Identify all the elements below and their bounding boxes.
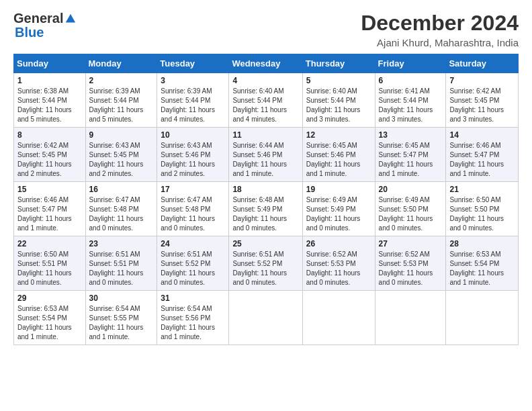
day-info: Sunrise: 6:51 AM Sunset: 5:51 PM Dayligh… [89, 250, 154, 287]
day-number: 13 [379, 130, 443, 140]
svg-marker-0 [66, 13, 75, 22]
table-row: 1 Sunrise: 6:38 AM Sunset: 5:44 PM Dayli… [14, 73, 86, 128]
day-number: 23 [89, 239, 154, 248]
table-row: 18 Sunrise: 6:48 AM Sunset: 5:49 PM Dayl… [229, 182, 302, 236]
col-monday: Monday [85, 54, 157, 73]
day-info: Sunrise: 6:51 AM Sunset: 5:52 PM Dayligh… [161, 250, 225, 287]
table-row: 27 Sunrise: 6:52 AM Sunset: 5:53 PM Dayl… [375, 236, 446, 291]
day-number: 14 [449, 130, 515, 140]
day-info: Sunrise: 6:40 AM Sunset: 5:44 PM Dayligh… [232, 87, 298, 124]
table-row: 2 Sunrise: 6:39 AM Sunset: 5:44 PM Dayli… [85, 73, 157, 128]
table-row: 17 Sunrise: 6:47 AM Sunset: 5:48 PM Dayl… [157, 182, 229, 236]
table-row: 24 Sunrise: 6:51 AM Sunset: 5:52 PM Dayl… [157, 236, 229, 291]
day-number: 25 [232, 239, 298, 248]
table-row: 10 Sunrise: 6:43 AM Sunset: 5:46 PM Dayl… [157, 128, 229, 182]
col-tuesday: Tuesday [157, 54, 229, 73]
day-info: Sunrise: 6:46 AM Sunset: 5:47 PM Dayligh… [449, 141, 515, 179]
day-info: Sunrise: 6:40 AM Sunset: 5:44 PM Dayligh… [306, 87, 371, 124]
day-number: 8 [17, 130, 82, 140]
day-number: 31 [161, 293, 225, 303]
day-info: Sunrise: 6:53 AM Sunset: 5:54 PM Dayligh… [449, 250, 515, 287]
day-info: Sunrise: 6:43 AM Sunset: 5:46 PM Dayligh… [161, 141, 225, 179]
table-row [229, 291, 302, 345]
day-info: Sunrise: 6:49 AM Sunset: 5:49 PM Dayligh… [306, 195, 371, 233]
col-sunday: Sunday [14, 54, 86, 73]
day-number: 18 [232, 185, 298, 194]
table-row: 8 Sunrise: 6:42 AM Sunset: 5:45 PM Dayli… [14, 128, 86, 182]
day-number: 9 [89, 130, 154, 140]
day-info: Sunrise: 6:39 AM Sunset: 5:44 PM Dayligh… [89, 87, 154, 124]
col-thursday: Thursday [302, 54, 375, 73]
day-info: Sunrise: 6:43 AM Sunset: 5:45 PM Dayligh… [89, 141, 154, 179]
table-row: 23 Sunrise: 6:51 AM Sunset: 5:51 PM Dayl… [85, 236, 157, 291]
day-info: Sunrise: 6:54 AM Sunset: 5:55 PM Dayligh… [89, 304, 154, 342]
day-number: 29 [17, 293, 82, 303]
day-info: Sunrise: 6:42 AM Sunset: 5:45 PM Dayligh… [17, 141, 82, 179]
title-block: December 2024 Ajani Khurd, Maharashtra, … [361, 11, 519, 48]
table-row: 3 Sunrise: 6:39 AM Sunset: 5:44 PM Dayli… [157, 73, 229, 128]
day-number: 6 [379, 76, 443, 85]
table-row: 5 Sunrise: 6:40 AM Sunset: 5:44 PM Dayli… [302, 73, 375, 128]
day-info: Sunrise: 6:53 AM Sunset: 5:54 PM Dayligh… [17, 304, 82, 342]
day-info: Sunrise: 6:54 AM Sunset: 5:56 PM Dayligh… [161, 304, 225, 342]
table-row: 11 Sunrise: 6:44 AM Sunset: 5:46 PM Dayl… [229, 128, 302, 182]
logo: General Blue [13, 11, 77, 40]
day-number: 12 [306, 130, 371, 140]
day-info: Sunrise: 6:47 AM Sunset: 5:48 PM Dayligh… [89, 195, 154, 233]
day-info: Sunrise: 6:38 AM Sunset: 5:44 PM Dayligh… [17, 87, 82, 124]
header: General Blue December 2024 Ajani Khurd, … [13, 11, 519, 48]
col-friday: Friday [375, 54, 446, 73]
day-info: Sunrise: 6:45 AM Sunset: 5:46 PM Dayligh… [306, 141, 371, 179]
day-number: 26 [306, 239, 371, 248]
day-info: Sunrise: 6:51 AM Sunset: 5:52 PM Dayligh… [232, 250, 298, 287]
day-number: 3 [161, 76, 225, 85]
day-number: 28 [449, 239, 515, 248]
calendar-week-row: 22 Sunrise: 6:50 AM Sunset: 5:51 PM Dayl… [14, 236, 519, 291]
day-number: 22 [17, 239, 82, 248]
day-number: 7 [449, 76, 515, 85]
table-row: 14 Sunrise: 6:46 AM Sunset: 5:47 PM Dayl… [446, 128, 519, 182]
day-number: 5 [306, 76, 371, 85]
table-row: 29 Sunrise: 6:53 AM Sunset: 5:54 PM Dayl… [14, 291, 86, 345]
table-row [375, 291, 446, 345]
table-row: 7 Sunrise: 6:42 AM Sunset: 5:45 PM Dayli… [446, 73, 519, 128]
table-row: 15 Sunrise: 6:46 AM Sunset: 5:47 PM Dayl… [14, 182, 86, 236]
logo-blue: Blue [15, 25, 44, 40]
calendar-week-row: 15 Sunrise: 6:46 AM Sunset: 5:47 PM Dayl… [14, 182, 519, 236]
day-info: Sunrise: 6:39 AM Sunset: 5:44 PM Dayligh… [161, 87, 225, 124]
table-row: 25 Sunrise: 6:51 AM Sunset: 5:52 PM Dayl… [229, 236, 302, 291]
day-number: 17 [161, 185, 225, 194]
table-row: 19 Sunrise: 6:49 AM Sunset: 5:49 PM Dayl… [302, 182, 375, 236]
day-number: 27 [379, 239, 443, 248]
day-number: 2 [89, 76, 154, 85]
calendar-header-row: Sunday Monday Tuesday Wednesday Thursday… [14, 54, 519, 73]
day-number: 10 [161, 130, 225, 140]
day-info: Sunrise: 6:49 AM Sunset: 5:50 PM Dayligh… [379, 195, 443, 233]
location: Ajani Khurd, Maharashtra, India [361, 37, 519, 48]
calendar-week-row: 8 Sunrise: 6:42 AM Sunset: 5:45 PM Dayli… [14, 128, 519, 182]
day-number: 16 [89, 185, 154, 194]
day-info: Sunrise: 6:52 AM Sunset: 5:53 PM Dayligh… [379, 250, 443, 287]
day-info: Sunrise: 6:50 AM Sunset: 5:51 PM Dayligh… [17, 250, 82, 287]
logo-general: General [13, 11, 63, 26]
col-saturday: Saturday [446, 54, 519, 73]
table-row: 4 Sunrise: 6:40 AM Sunset: 5:44 PM Dayli… [229, 73, 302, 128]
table-row: 30 Sunrise: 6:54 AM Sunset: 5:55 PM Dayl… [85, 291, 157, 345]
day-info: Sunrise: 6:48 AM Sunset: 5:49 PM Dayligh… [232, 195, 298, 233]
table-row: 9 Sunrise: 6:43 AM Sunset: 5:45 PM Dayli… [85, 128, 157, 182]
table-row: 13 Sunrise: 6:45 AM Sunset: 5:47 PM Dayl… [375, 128, 446, 182]
calendar-week-row: 29 Sunrise: 6:53 AM Sunset: 5:54 PM Dayl… [14, 291, 519, 345]
day-number: 4 [232, 76, 298, 85]
table-row: 20 Sunrise: 6:49 AM Sunset: 5:50 PM Dayl… [375, 182, 446, 236]
day-number: 11 [232, 130, 298, 140]
page: General Blue December 2024 Ajani Khurd, … [0, 0, 532, 411]
day-number: 24 [161, 239, 225, 248]
table-row: 21 Sunrise: 6:50 AM Sunset: 5:50 PM Dayl… [446, 182, 519, 236]
day-number: 20 [379, 185, 443, 194]
day-info: Sunrise: 6:42 AM Sunset: 5:45 PM Dayligh… [449, 87, 515, 124]
table-row: 31 Sunrise: 6:54 AM Sunset: 5:56 PM Dayl… [157, 291, 229, 345]
calendar-table: Sunday Monday Tuesday Wednesday Thursday… [13, 54, 519, 345]
month-title: December 2024 [361, 11, 519, 36]
day-number: 15 [17, 185, 82, 194]
logo-icon [64, 13, 77, 25]
